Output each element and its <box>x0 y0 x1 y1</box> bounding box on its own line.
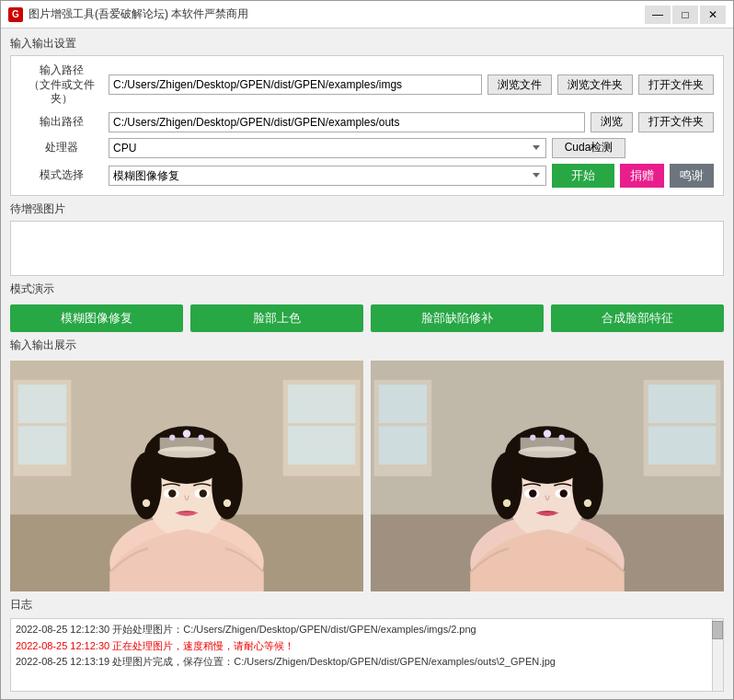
input-path-row: 输入路径 （文件或文件夹） 浏览文件 浏览文件夹 打开文件夹 <box>20 63 714 107</box>
output-portrait-svg <box>371 361 724 591</box>
log-section: 日志 2022-08-25 12:12:30 开始处理图片：C:/Users/Z… <box>10 597 724 692</box>
processor-select[interactable]: CPU GPU <box>109 138 546 158</box>
svg-rect-29 <box>379 384 427 423</box>
svg-rect-33 <box>648 426 716 465</box>
svg-point-17 <box>169 434 175 440</box>
pending-title: 待增强图片 <box>10 201 724 217</box>
svg-point-51 <box>584 499 591 507</box>
svg-rect-4 <box>18 426 66 465</box>
svg-point-45 <box>559 434 565 440</box>
svg-rect-3 <box>18 384 66 423</box>
svg-point-25 <box>224 499 231 507</box>
processor-row: 处理器 CPU GPU Cuda检测 <box>20 138 714 158</box>
mode-demo-btn-0[interactable]: 模糊图像修复 <box>10 304 183 332</box>
settings-section: 输入输出设置 输入路径 （文件或文件夹） 浏览文件 浏览文件夹 打开文件夹 输出… <box>10 36 724 196</box>
svg-rect-16 <box>160 438 214 452</box>
cuda-detect-button[interactable]: Cuda检测 <box>552 138 625 158</box>
svg-rect-32 <box>648 384 716 423</box>
svg-rect-30 <box>379 426 427 465</box>
svg-point-19 <box>199 434 204 440</box>
settings-group: 输入路径 （文件或文件夹） 浏览文件 浏览文件夹 打开文件夹 输出路径 浏览 打… <box>10 55 724 196</box>
log-box[interactable]: 2022-08-25 12:12:30 开始处理图片：C:/Users/Zhig… <box>10 618 724 692</box>
io-display-title: 输入输出展示 <box>10 338 724 353</box>
svg-point-48 <box>529 489 536 497</box>
svg-point-22 <box>168 489 176 497</box>
svg-point-43 <box>530 434 535 440</box>
main-window: G 图片增强工具(吾爱破解论坛) 本软件严禁商用 — □ ✕ 输入输出设置 输入… <box>0 0 734 700</box>
svg-rect-6 <box>288 384 355 423</box>
scrollbar-thumb[interactable] <box>712 621 723 639</box>
io-display-section: 输入输出展示 <box>10 338 724 591</box>
input-path-label: 输入路径 （文件或文件夹） <box>20 63 103 107</box>
log-line-0: 2022-08-25 12:12:30 开始处理图片：C:/Users/Zhig… <box>16 622 718 638</box>
thanks-button[interactable]: 鸣谢 <box>670 164 714 188</box>
mode-demo-title: 模式演示 <box>10 281 724 297</box>
mode-select[interactable]: 模糊图像修复 脸部上色 脸部缺陷修补 合成脸部特征 <box>109 166 546 186</box>
pending-section: 待增强图片 <box>10 201 724 276</box>
mode-row: 模式选择 模糊图像修复 脸部上色 脸部缺陷修补 合成脸部特征 开始 捐赠 鸣谢 <box>20 164 714 188</box>
minimize-button[interactable]: — <box>645 6 671 24</box>
main-content: 输入输出设置 输入路径 （文件或文件夹） 浏览文件 浏览文件夹 打开文件夹 输出… <box>1 29 733 699</box>
svg-rect-42 <box>521 438 575 452</box>
svg-point-50 <box>503 499 510 507</box>
image-pair <box>10 361 724 591</box>
pending-images-box[interactable] <box>10 221 724 276</box>
svg-point-23 <box>200 489 207 497</box>
processor-label: 处理器 <box>20 140 103 155</box>
svg-point-49 <box>560 489 568 497</box>
svg-point-39 <box>491 452 522 519</box>
title-bar: G 图片增强工具(吾爱破解论坛) 本软件严禁商用 — □ ✕ <box>1 1 733 29</box>
browse-folder-button[interactable]: 浏览文件夹 <box>557 75 633 95</box>
output-image-box <box>371 361 724 591</box>
svg-point-18 <box>183 430 190 437</box>
browse-output-button[interactable]: 浏览 <box>591 112 633 132</box>
svg-point-44 <box>544 430 551 437</box>
mode-demo-btn-1[interactable]: 脸部上色 <box>190 304 363 332</box>
mode-demo-buttons: 模糊图像修复 脸部上色 脸部缺陷修补 合成脸部特征 <box>10 304 724 332</box>
start-button[interactable]: 开始 <box>552 164 614 188</box>
app-icon: G <box>8 7 23 22</box>
maximize-button[interactable]: □ <box>672 6 698 24</box>
input-path-field[interactable] <box>109 75 482 95</box>
svg-point-14 <box>212 452 242 519</box>
mode-demo-btn-2[interactable]: 脸部缺陷修补 <box>371 304 544 332</box>
open-input-folder-button[interactable]: 打开文件夹 <box>638 75 714 95</box>
mode-label: 模式选择 <box>20 167 103 183</box>
log-line-1: 2022-08-25 12:12:30 正在处理图片，速度稍慢，请耐心等候！ <box>16 638 718 655</box>
mode-demo-section: 模式演示 模糊图像修复 脸部上色 脸部缺陷修补 合成脸部特征 <box>10 281 724 332</box>
output-path-row: 输出路径 浏览 打开文件夹 <box>20 112 714 132</box>
svg-point-24 <box>143 499 150 507</box>
output-path-field[interactable] <box>109 112 585 132</box>
svg-point-13 <box>131 452 161 519</box>
log-title: 日志 <box>10 597 724 613</box>
input-image-box <box>10 361 363 591</box>
window-controls: — □ ✕ <box>645 6 726 24</box>
svg-point-40 <box>572 452 602 519</box>
browse-file-button[interactable]: 浏览文件 <box>487 75 552 95</box>
close-button[interactable]: ✕ <box>700 6 726 24</box>
log-line-2: 2022-08-25 12:13:19 处理图片完成，保存位置：C:/Users… <box>16 654 718 671</box>
svg-rect-7 <box>288 426 355 465</box>
output-path-label: 输出路径 <box>20 114 103 130</box>
mode-demo-btn-3[interactable]: 合成脸部特征 <box>551 304 724 332</box>
settings-title: 输入输出设置 <box>10 36 724 52</box>
open-output-folder-button[interactable]: 打开文件夹 <box>638 112 714 132</box>
donate-button[interactable]: 捐赠 <box>620 164 664 188</box>
scrollbar-track <box>712 619 723 691</box>
window-title: 图片增强工具(吾爱破解论坛) 本软件严禁商用 <box>29 6 645 22</box>
input-portrait-svg <box>10 361 363 591</box>
